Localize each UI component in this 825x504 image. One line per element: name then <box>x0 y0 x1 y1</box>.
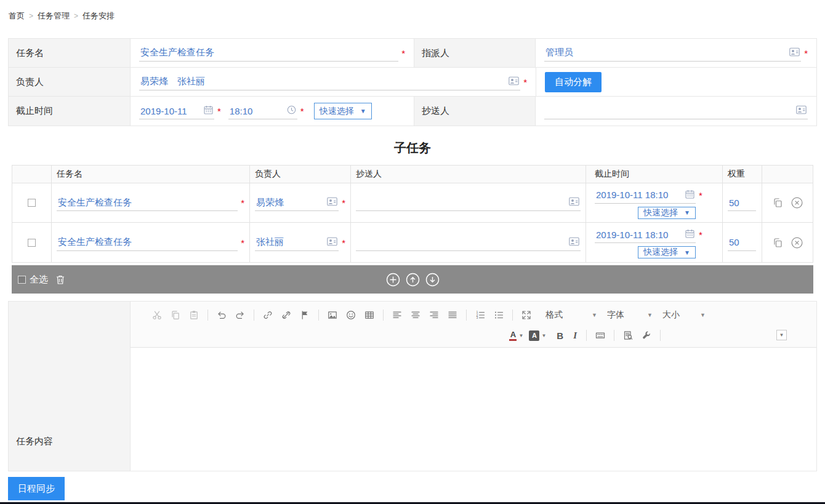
caret-down-icon[interactable]: ▼ <box>541 333 546 338</box>
breadcrumb-task-management[interactable]: 任务管理 <box>38 10 70 22</box>
caret-down-icon: ▼ <box>684 249 690 256</box>
subtask-name-input[interactable]: 安全生产检查任务 <box>57 234 238 251</box>
align-center-icon[interactable] <box>408 308 423 322</box>
remove-row-button[interactable] <box>791 197 803 209</box>
collapse-toolbar-button[interactable]: ▼ <box>776 330 787 340</box>
required-marker: * <box>342 238 345 248</box>
person-picker-icon[interactable] <box>796 105 807 116</box>
copy-icon <box>168 308 183 322</box>
numbered-list-icon[interactable]: 123 <box>473 308 488 322</box>
bullet-list-icon[interactable] <box>491 308 506 322</box>
person-picker-icon[interactable] <box>789 47 800 58</box>
toolbar-separator <box>466 310 467 321</box>
subtask-cc-input[interactable] <box>356 234 581 251</box>
align-justify-icon[interactable] <box>445 308 460 322</box>
subtask-cc-input[interactable] <box>356 194 581 211</box>
italic-button[interactable]: I <box>573 330 577 341</box>
duplicate-row-button[interactable] <box>773 238 783 248</box>
toolbar-separator <box>318 310 319 321</box>
subtask-deadline-input[interactable]: 2019-10-11 18:10 <box>595 226 696 243</box>
breadcrumb-separator: > <box>74 12 78 20</box>
size-combo[interactable]: 大小 ▼ <box>662 310 706 321</box>
editor-content-area[interactable] <box>131 348 816 471</box>
tools-icon[interactable] <box>639 329 654 342</box>
required-marker: * <box>523 77 527 87</box>
calendar-icon[interactable] <box>685 229 694 240</box>
cut-icon <box>150 308 164 322</box>
toolbar-separator <box>614 330 614 341</box>
quick-select-dropdown[interactable]: 快速选择 ▼ <box>314 103 372 119</box>
subtask-responsible-input[interactable]: 张社丽 <box>255 234 339 251</box>
calendar-icon[interactable] <box>685 190 694 201</box>
row-checkbox[interactable] <box>28 239 36 247</box>
toolbar-separator <box>660 330 661 341</box>
person-picker-icon[interactable] <box>327 197 337 208</box>
align-right-icon[interactable] <box>427 308 441 322</box>
table-icon[interactable] <box>362 308 377 322</box>
background-color-button[interactable]: A <box>529 330 539 341</box>
font-combo[interactable]: 字体 ▼ <box>607 310 653 321</box>
caret-down-icon: ▼ <box>779 332 784 338</box>
subtasks-toolbar: 全选 <box>12 265 813 294</box>
quick-select-dropdown[interactable]: 快速选择 ▼ <box>638 246 696 258</box>
select-all-checkbox[interactable] <box>18 276 26 284</box>
person-picker-icon[interactable] <box>509 76 519 87</box>
auto-decompose-cell: 自动分解 <box>536 68 816 96</box>
subtask-responsible-input[interactable]: 易荣烽 <box>255 194 339 211</box>
duplicate-row-button[interactable] <box>773 198 783 208</box>
move-up-button[interactable] <box>406 273 420 287</box>
assigner-input[interactable]: 管理员 <box>544 45 801 62</box>
assigner-field: 管理员 * <box>536 39 816 67</box>
unlink-icon[interactable] <box>279 308 294 322</box>
row-checkbox[interactable] <box>28 199 36 207</box>
anchor-icon[interactable] <box>297 308 312 322</box>
assigner-label: 指派人 <box>414 39 536 67</box>
schedule-sync-button[interactable]: 日程同步 <box>8 477 65 500</box>
image-icon[interactable] <box>325 308 340 322</box>
delete-selected-button[interactable] <box>55 274 65 285</box>
person-picker-icon[interactable] <box>569 237 579 248</box>
bold-button[interactable]: B <box>557 330 563 341</box>
remove-row-button[interactable] <box>791 237 803 249</box>
required-marker: * <box>342 198 345 208</box>
required-marker: * <box>300 106 304 116</box>
maximize-icon[interactable] <box>519 308 534 322</box>
calendar-icon[interactable] <box>204 105 213 116</box>
person-picker-icon[interactable] <box>327 237 337 248</box>
subtask-deadline-input[interactable]: 2019-10-11 18:10 <box>595 187 696 204</box>
subtasks-title: 子任务 <box>0 140 825 157</box>
task-name-field: 安全生产检查任务 * <box>131 39 414 67</box>
select-all-label: 全选 <box>30 274 48 286</box>
quick-select-label: 快速选择 <box>643 207 678 218</box>
subtask-weight-input[interactable]: 50 <box>728 194 756 211</box>
subtask-name-input[interactable]: 安全生产检查任务 <box>57 194 238 211</box>
auto-decompose-button[interactable]: 自动分解 <box>545 72 602 92</box>
format-combo[interactable]: 格式 ▼ <box>545 310 597 321</box>
font-combo-label: 字体 <box>607 310 624 321</box>
task-name-input[interactable]: 安全生产检查任务 <box>139 45 398 62</box>
clock-icon[interactable] <box>287 105 296 116</box>
quick-select-label: 快速选择 <box>643 247 678 258</box>
add-subtask-button[interactable] <box>386 273 400 287</box>
subtask-weight-input[interactable]: 50 <box>728 234 756 251</box>
redo-icon[interactable] <box>233 308 247 322</box>
breadcrumb-home[interactable]: 首页 <box>9 10 25 22</box>
deadline-date-input[interactable]: 2019-10-11 <box>139 103 214 119</box>
smiley-icon[interactable] <box>344 308 358 322</box>
move-down-button[interactable] <box>425 273 440 287</box>
keyboard-icon[interactable] <box>593 329 608 342</box>
subtask-name-value: 安全生产检查任务 <box>58 197 132 209</box>
undo-icon[interactable] <box>214 308 229 322</box>
align-left-icon[interactable] <box>390 308 404 322</box>
deadline-time-input[interactable]: 18:10 <box>228 103 297 119</box>
link-icon[interactable] <box>260 308 275 322</box>
subtask-name-value: 安全生产检查任务 <box>58 236 132 248</box>
responsible-input[interactable]: 易荣烽 张社丽 <box>139 74 520 90</box>
quick-select-dropdown[interactable]: 快速选择 ▼ <box>638 207 696 219</box>
preview-icon[interactable] <box>621 329 635 342</box>
caret-down-icon[interactable]: ▼ <box>518 333 523 338</box>
cc-input[interactable] <box>544 103 808 119</box>
task-name-label: 任务名 <box>9 39 131 67</box>
text-color-button[interactable]: A <box>509 330 517 341</box>
person-picker-icon[interactable] <box>569 197 579 208</box>
